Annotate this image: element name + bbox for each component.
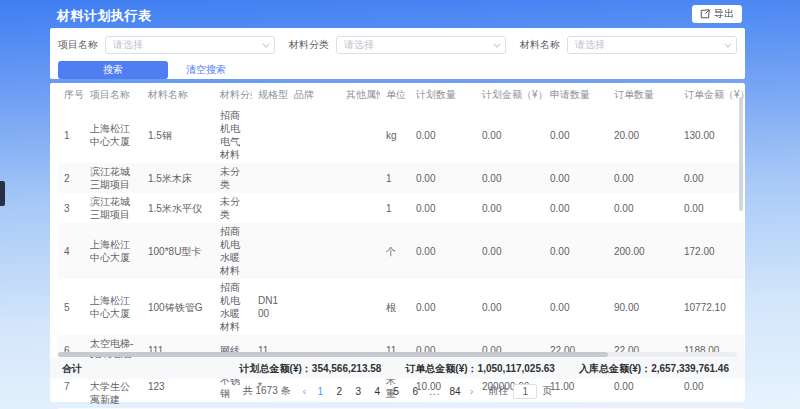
export-icon bbox=[700, 9, 710, 19]
project-name-select[interactable]: 请选择 bbox=[105, 36, 275, 54]
chevron-down-icon bbox=[493, 40, 500, 47]
table-cell: 0.00 bbox=[544, 223, 608, 279]
summary-label: 合计 bbox=[62, 362, 82, 376]
goto-page-input[interactable] bbox=[513, 384, 537, 399]
table-row: 3滨江花城三期项目1.5米水平仪未分类10.000.000.000.000.00 bbox=[58, 193, 744, 223]
filter-field-material-category: 材料分类 请选择 bbox=[289, 36, 506, 54]
table-cell bbox=[252, 107, 288, 163]
pagination-page-84[interactable]: 84 bbox=[450, 386, 461, 397]
pagination-page-1[interactable]: 1 bbox=[315, 386, 325, 397]
table-cell: 0.00 bbox=[410, 193, 476, 223]
table-cell: 个 bbox=[380, 223, 410, 279]
table-cell: 0.00 bbox=[544, 163, 608, 193]
page-title: 材料计划执行表 bbox=[57, 7, 152, 25]
table-cell: 0.00 bbox=[608, 193, 678, 223]
table-cell: 0.00 bbox=[476, 279, 544, 335]
filter-actions: 搜索 清空搜索 bbox=[58, 61, 737, 79]
table-cell: 1 bbox=[380, 163, 410, 193]
pagination-page-5[interactable]: 5 bbox=[391, 386, 401, 397]
search-button[interactable]: 搜索 bbox=[58, 61, 168, 79]
filter-label: 项目名称 bbox=[58, 38, 98, 52]
pagination-page-3[interactable]: 3 bbox=[353, 386, 363, 397]
table-cell: 100铸铁管G bbox=[142, 279, 214, 335]
table-row: 4上海松江中心大厦100*8U型卡招商机电 水暖材料个0.000.000.002… bbox=[58, 223, 744, 279]
table-column-header: 规格型号 bbox=[252, 83, 288, 107]
table-cell: 0.00 bbox=[410, 107, 476, 163]
table-cell: 200.00 bbox=[608, 223, 678, 279]
inbound-total-amount: 入库总金额(¥)：2,657,339,761.46 bbox=[579, 362, 729, 376]
table-cell bbox=[252, 163, 288, 193]
collapsed-drawer-handle[interactable] bbox=[0, 181, 5, 206]
table-cell: 172.00 bbox=[678, 223, 744, 279]
table-cell: 0.00 bbox=[608, 163, 678, 193]
goto-suffix: 页 bbox=[542, 384, 552, 398]
results-table-panel: 序号项目名称材料名称材料分类规格型号品牌其他属性单位计划数量计划金额（¥）申请数… bbox=[50, 83, 745, 402]
select-placeholder: 请选择 bbox=[575, 38, 605, 52]
table-column-header: 订单金额（¥） bbox=[678, 83, 744, 107]
horizontal-scrollbar-track bbox=[58, 352, 737, 357]
table-column-header: 项目名称 bbox=[84, 83, 142, 107]
table-cell: 20.00 bbox=[608, 107, 678, 163]
table-cell bbox=[340, 279, 380, 335]
export-button[interactable]: 导出 bbox=[692, 5, 742, 23]
chevron-left-icon[interactable]: ‹ bbox=[303, 385, 307, 397]
table-column-header: 计划金额（¥） bbox=[476, 83, 544, 107]
table-cell: 3 bbox=[58, 193, 84, 223]
table-cell: 0.00 bbox=[476, 193, 544, 223]
table-cell: 0.00 bbox=[544, 279, 608, 335]
table-row: 2滨江花城三期项目1.5米木床未分类10.000.000.000.000.00 bbox=[58, 163, 744, 193]
material-category-select[interactable]: 请选择 bbox=[336, 36, 506, 54]
table-cell: 上海松江中心大厦 bbox=[84, 223, 142, 279]
summary-row: 合计 计划总金额(¥)：354,566,213.58 订单总金额(¥)：1,05… bbox=[50, 358, 745, 379]
table-cell: 0.00 bbox=[476, 223, 544, 279]
chevron-down-icon bbox=[262, 40, 269, 47]
table-column-header: 材料名称 bbox=[142, 83, 214, 107]
pagination-page-6[interactable]: 6 bbox=[410, 386, 420, 397]
chevron-right-icon[interactable]: › bbox=[470, 385, 474, 397]
pagination-ellipsis[interactable]: ... bbox=[429, 386, 440, 397]
table-cell bbox=[288, 193, 340, 223]
table-cell bbox=[288, 107, 340, 163]
table-cell: 招商机电 水暖材料 bbox=[214, 223, 252, 279]
table-cell: 1 bbox=[380, 193, 410, 223]
table-cell: 滨江花城三期项目 bbox=[84, 163, 142, 193]
select-placeholder: 请选择 bbox=[344, 38, 374, 52]
table-cell: 1.5米水平仪 bbox=[142, 193, 214, 223]
table-cell: 未分类 bbox=[214, 163, 252, 193]
table-cell bbox=[288, 163, 340, 193]
table-cell: 招商机电 电气材料 bbox=[214, 107, 252, 163]
goto-label: 前往 bbox=[488, 384, 508, 398]
table-column-header: 申请数量 bbox=[544, 83, 608, 107]
table-column-header: 其他属性 bbox=[340, 83, 380, 107]
table-header-row: 序号项目名称材料名称材料分类规格型号品牌其他属性单位计划数量计划金额（¥）申请数… bbox=[58, 83, 744, 107]
export-button-label: 导出 bbox=[714, 7, 734, 21]
table-cell: 上海松江中心大厦 bbox=[84, 279, 142, 335]
filter-panel: 项目名称 请选择 材料分类 请选择 材料名称 请选择 搜索 清空搜索 bbox=[50, 28, 745, 79]
pagination-pages: 123456...84 bbox=[315, 386, 460, 397]
table-cell bbox=[288, 279, 340, 335]
table-cell: 100*8U型卡 bbox=[142, 223, 214, 279]
table-cell: 0.00 bbox=[410, 163, 476, 193]
vertical-scrollbar[interactable] bbox=[739, 97, 743, 211]
table-cell: 未分类 bbox=[214, 193, 252, 223]
pagination-page-4[interactable]: 4 bbox=[372, 386, 382, 397]
filter-label: 材料名称 bbox=[520, 38, 560, 52]
horizontal-scrollbar-thumb[interactable] bbox=[58, 352, 608, 357]
table-column-header: 计划数量 bbox=[410, 83, 476, 107]
table-cell: 滨江花城三期项目 bbox=[84, 193, 142, 223]
table-column-header: 品牌 bbox=[288, 83, 340, 107]
pagination-goto: 前往 页 bbox=[488, 384, 552, 399]
table-cell: 1.5钢 bbox=[142, 107, 214, 163]
table-cell: 4 bbox=[58, 223, 84, 279]
table-cell: DN100 bbox=[252, 279, 288, 335]
table-cell: 5 bbox=[58, 279, 84, 335]
table-cell bbox=[340, 193, 380, 223]
pagination-page-2[interactable]: 2 bbox=[334, 386, 344, 397]
table-row: 5上海松江中心大厦100铸铁管G招商机电 水暖材料DN100根0.000.000… bbox=[58, 279, 744, 335]
table-cell: 2 bbox=[58, 163, 84, 193]
material-name-select[interactable]: 请选择 bbox=[567, 36, 737, 54]
summary-totals: 计划总金额(¥)：354,566,213.58 订单总金额(¥)：1,050,1… bbox=[240, 362, 729, 376]
clear-search-link[interactable]: 清空搜索 bbox=[186, 63, 226, 77]
table-cell: 招商机电 水暖材料 bbox=[214, 279, 252, 335]
table-cell: 0.00 bbox=[410, 279, 476, 335]
